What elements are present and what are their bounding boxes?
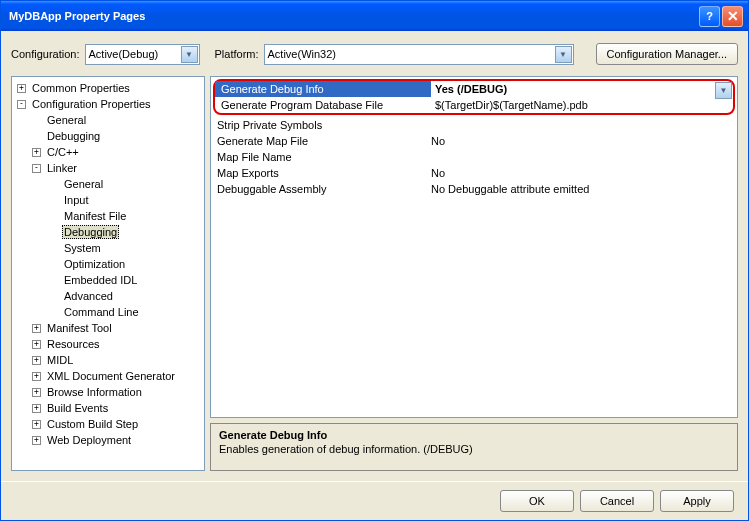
expand-icon[interactable]: + (32, 356, 41, 365)
collapse-icon[interactable]: - (17, 100, 26, 109)
tree-item-label: XML Document Generator (45, 369, 177, 383)
tree-item[interactable]: General (14, 176, 202, 192)
property-name: Generate Map File (211, 133, 427, 149)
tree-item[interactable]: +XML Document Generator (14, 368, 202, 384)
expand-icon[interactable]: + (32, 420, 41, 429)
description-title: Generate Debug Info (219, 429, 729, 441)
tree-item-label: Web Deployment (45, 433, 133, 447)
platform-value: Active(Win32) (268, 48, 336, 60)
tree-item[interactable]: +Custom Build Step (14, 416, 202, 432)
tree-item[interactable]: -Configuration Properties (14, 96, 202, 112)
ok-button[interactable]: OK (500, 490, 574, 512)
tree-item[interactable]: Embedded IDL (14, 272, 202, 288)
config-bar: Configuration: Active(Debug) ▼ Platform:… (1, 31, 748, 73)
description-panel: Generate Debug Info Enables generation o… (210, 423, 738, 471)
tree-item[interactable]: +MIDL (14, 352, 202, 368)
description-body: Enables generation of debug information.… (219, 443, 729, 455)
titlebar: MyDBApp Property Pages ? ✕ (1, 1, 748, 31)
tree-item[interactable]: General (14, 112, 202, 128)
category-tree[interactable]: +Common Properties-Configuration Propert… (11, 76, 205, 471)
tree-item-label: General (62, 177, 105, 191)
expand-icon[interactable]: + (32, 436, 41, 445)
tree-item[interactable]: Input (14, 192, 202, 208)
property-row[interactable]: Debuggable AssemblyNo Debuggable attribu… (211, 181, 737, 197)
tree-item[interactable]: Debugging (14, 128, 202, 144)
help-icon[interactable]: ? (699, 6, 720, 27)
highlighted-group: Generate Debug InfoYes (/DEBUG)▼Generate… (213, 79, 735, 115)
tree-item[interactable]: Advanced (14, 288, 202, 304)
configuration-value: Active(Debug) (89, 48, 159, 60)
expand-icon[interactable]: + (32, 340, 41, 349)
expand-icon[interactable]: + (32, 404, 41, 413)
tree-item[interactable]: Optimization (14, 256, 202, 272)
configuration-dropdown[interactable]: Active(Debug) ▼ (85, 44, 200, 65)
tree-item-label: Custom Build Step (45, 417, 140, 431)
property-name: Generate Program Database File (215, 97, 431, 113)
tree-item-label: Embedded IDL (62, 273, 139, 287)
platform-label: Platform: (215, 48, 259, 60)
property-value[interactable]: No Debuggable attribute emitted (427, 181, 737, 197)
tree-item-label: Resources (45, 337, 102, 351)
property-value[interactable] (427, 149, 737, 165)
tree-item-label: System (62, 241, 103, 255)
tree-item-label: Debugging (45, 129, 102, 143)
dialog-buttons: OK Cancel Apply (1, 481, 748, 520)
tree-item[interactable]: +Manifest Tool (14, 320, 202, 336)
tree-item[interactable]: +C/C++ (14, 144, 202, 160)
property-name: Debuggable Assembly (211, 181, 427, 197)
property-row[interactable]: Strip Private Symbols (211, 117, 737, 133)
property-grid[interactable]: Generate Debug InfoYes (/DEBUG)▼Generate… (210, 76, 738, 418)
tree-item[interactable]: Debugging (14, 224, 202, 240)
close-icon[interactable]: ✕ (722, 6, 743, 27)
expand-icon[interactable]: + (32, 388, 41, 397)
property-name: Map File Name (211, 149, 427, 165)
tree-item[interactable]: +Web Deployment (14, 432, 202, 448)
property-row[interactable]: Map File Name (211, 149, 737, 165)
tree-item-label: Common Properties (30, 81, 132, 95)
property-value[interactable]: No (427, 165, 737, 181)
tree-item[interactable]: +Resources (14, 336, 202, 352)
collapse-icon[interactable]: - (32, 164, 41, 173)
tree-item-label: Manifest Tool (45, 321, 114, 335)
tree-item-label: Input (62, 193, 90, 207)
apply-button[interactable]: Apply (660, 490, 734, 512)
tree-item-label: Debugging (62, 225, 119, 239)
tree-item[interactable]: Manifest File (14, 208, 202, 224)
tree-item-label: Optimization (62, 257, 127, 271)
property-name: Generate Debug Info (215, 81, 431, 97)
chevron-down-icon[interactable]: ▼ (555, 46, 572, 63)
tree-item[interactable]: -Linker (14, 160, 202, 176)
tree-item-label: Command Line (62, 305, 141, 319)
configuration-manager-button[interactable]: Configuration Manager... (596, 43, 738, 65)
tree-item-label: MIDL (45, 353, 75, 367)
chevron-down-icon[interactable]: ▼ (181, 46, 198, 63)
expand-icon[interactable]: + (17, 84, 26, 93)
property-row[interactable]: Map ExportsNo (211, 165, 737, 181)
tree-item[interactable]: +Build Events (14, 400, 202, 416)
cancel-button[interactable]: Cancel (580, 490, 654, 512)
property-row[interactable]: Generate Program Database File$(TargetDi… (215, 97, 733, 113)
platform-dropdown[interactable]: Active(Win32) ▼ (264, 44, 574, 65)
expand-icon[interactable]: + (32, 372, 41, 381)
property-value[interactable] (427, 117, 737, 133)
property-value[interactable]: Yes (/DEBUG)▼ (431, 81, 733, 97)
tree-item-label: Manifest File (62, 209, 128, 223)
property-name: Map Exports (211, 165, 427, 181)
expand-icon[interactable]: + (32, 324, 41, 333)
tree-item[interactable]: Command Line (14, 304, 202, 320)
tree-item-label: General (45, 113, 88, 127)
property-value[interactable]: No (427, 133, 737, 149)
property-row[interactable]: Generate Map FileNo (211, 133, 737, 149)
property-value[interactable]: $(TargetDir)$(TargetName).pdb (431, 97, 733, 113)
tree-item-label: Linker (45, 161, 79, 175)
configuration-label: Configuration: (11, 48, 80, 60)
tree-item-label: Build Events (45, 401, 110, 415)
tree-item[interactable]: System (14, 240, 202, 256)
tree-item-label: C/C++ (45, 145, 81, 159)
tree-item-label: Browse Information (45, 385, 144, 399)
expand-icon[interactable]: + (32, 148, 41, 157)
tree-item[interactable]: +Common Properties (14, 80, 202, 96)
tree-item[interactable]: +Browse Information (14, 384, 202, 400)
tree-item-label: Advanced (62, 289, 115, 303)
property-row[interactable]: Generate Debug InfoYes (/DEBUG)▼ (215, 81, 733, 97)
